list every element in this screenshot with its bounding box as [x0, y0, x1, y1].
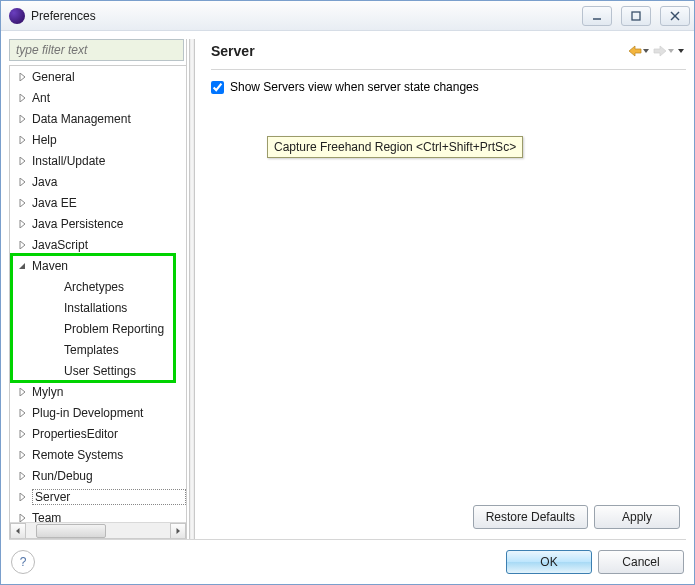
ok-button[interactable]: OK	[506, 550, 592, 574]
tree-item-propertieseditor[interactable]: PropertiesEditor	[10, 423, 186, 444]
tree-item-java-ee[interactable]: Java EE	[10, 192, 186, 213]
tree-item-plug-in-development[interactable]: Plug-in Development	[10, 402, 186, 423]
restore-defaults-button[interactable]: Restore Defaults	[473, 505, 588, 529]
svg-marker-22	[177, 528, 181, 534]
tree-item-maven[interactable]: Maven	[10, 255, 186, 276]
tree-item-mylyn[interactable]: Mylyn	[10, 381, 186, 402]
twisty-collapsed-icon[interactable]	[16, 428, 28, 440]
minimize-icon	[591, 10, 603, 22]
page-header: Server	[211, 39, 686, 70]
arrow-back-icon	[628, 45, 642, 57]
tree-item-label: Ant	[32, 91, 186, 105]
tree-item-label: Installations	[64, 301, 186, 315]
tree-item-javascript[interactable]: JavaScript	[10, 234, 186, 255]
tree-item-installations[interactable]: Installations	[10, 297, 186, 318]
twisty-collapsed-icon[interactable]	[16, 218, 28, 230]
twisty-collapsed-icon[interactable]	[16, 176, 28, 188]
tree-item-java-persistence[interactable]: Java Persistence	[10, 213, 186, 234]
svg-marker-18	[20, 472, 25, 480]
minimize-button[interactable]	[582, 6, 612, 26]
tree-item-help[interactable]: Help	[10, 129, 186, 150]
filter-box[interactable]	[9, 39, 184, 61]
twisty-collapsed-icon[interactable]	[16, 134, 28, 146]
twisty-collapsed-icon[interactable]	[16, 491, 28, 503]
twisty-collapsed-icon[interactable]	[16, 197, 28, 209]
show-servers-checkbox[interactable]	[211, 81, 224, 94]
svg-marker-14	[20, 388, 25, 396]
tree-container: GeneralAntData ManagementHelpInstall/Upd…	[9, 65, 186, 539]
svg-marker-4	[20, 73, 25, 81]
close-button[interactable]	[660, 6, 690, 26]
twisty-collapsed-icon[interactable]	[16, 407, 28, 419]
twisty-collapsed-icon[interactable]	[16, 71, 28, 83]
twisty-collapsed-icon[interactable]	[16, 512, 28, 523]
tree-item-label: Java EE	[32, 196, 186, 210]
tree-item-run-debug[interactable]: Run/Debug	[10, 465, 186, 486]
scroll-right-button[interactable]	[170, 523, 186, 539]
twisty-expanded-icon[interactable]	[16, 260, 28, 272]
svg-marker-11	[20, 220, 25, 228]
tree-item-label: Remote Systems	[32, 448, 186, 462]
tree-item-data-management[interactable]: Data Management	[10, 108, 186, 129]
maximize-button[interactable]	[621, 6, 651, 26]
twisty-none	[48, 281, 60, 293]
tree-item-java[interactable]: Java	[10, 171, 186, 192]
svg-marker-7	[20, 136, 25, 144]
tree-item-label: Plug-in Development	[32, 406, 186, 420]
nav-forward-button[interactable]	[651, 43, 676, 59]
twisty-collapsed-icon[interactable]	[16, 449, 28, 461]
twisty-collapsed-icon[interactable]	[16, 92, 28, 104]
tree-item-general[interactable]: General	[10, 66, 186, 87]
tree-item-templates[interactable]: Templates	[10, 339, 186, 360]
svg-marker-5	[20, 94, 25, 102]
tree-item-install-update[interactable]: Install/Update	[10, 150, 186, 171]
svg-marker-26	[668, 49, 674, 53]
show-servers-checkbox-row[interactable]: Show Servers view when server state chan…	[211, 80, 686, 94]
filter-input[interactable]	[14, 42, 179, 58]
twisty-collapsed-icon[interactable]	[16, 470, 28, 482]
chevron-down-icon	[643, 48, 649, 54]
twisty-collapsed-icon[interactable]	[16, 386, 28, 398]
svg-marker-21	[16, 528, 20, 534]
apply-button[interactable]: Apply	[594, 505, 680, 529]
tree-item-label: Team	[32, 511, 186, 523]
tree-item-user-settings[interactable]: User Settings	[10, 360, 186, 381]
nav-back-button[interactable]	[626, 43, 651, 59]
twisty-collapsed-icon[interactable]	[16, 155, 28, 167]
tree-item-remote-systems[interactable]: Remote Systems	[10, 444, 186, 465]
maximize-icon	[630, 10, 642, 22]
help-button[interactable]: ?	[11, 550, 35, 574]
sash-handle[interactable]	[189, 39, 195, 539]
twisty-collapsed-icon[interactable]	[16, 239, 28, 251]
tree-item-label: Java	[32, 175, 186, 189]
chevron-down-icon	[668, 48, 674, 54]
twisty-none	[48, 344, 60, 356]
tree-item-label: Templates	[64, 343, 186, 357]
cancel-button[interactable]: Cancel	[598, 550, 684, 574]
chevron-down-icon	[678, 48, 684, 54]
preferences-dialog: Preferences GeneralAntData ManagementHel…	[0, 0, 695, 585]
scroll-left-button[interactable]	[10, 523, 26, 539]
tree-item-server[interactable]: Server	[10, 486, 186, 507]
view-menu-button[interactable]	[676, 46, 686, 56]
twisty-collapsed-icon[interactable]	[16, 113, 28, 125]
left-pane: GeneralAntData ManagementHelpInstall/Upd…	[9, 39, 187, 539]
tree-item-problem-reporting[interactable]: Problem Reporting	[10, 318, 186, 339]
arrow-forward-icon	[653, 45, 667, 57]
show-servers-label: Show Servers view when server state chan…	[230, 80, 479, 94]
scrollbar-thumb[interactable]	[36, 524, 106, 538]
scrollbar-track[interactable]	[26, 523, 170, 539]
twisty-none	[48, 365, 60, 377]
svg-marker-16	[20, 430, 25, 438]
dialog-footer: ? OK Cancel	[1, 540, 694, 584]
tree-item-ant[interactable]: Ant	[10, 87, 186, 108]
tree-item-archetypes[interactable]: Archetypes	[10, 276, 186, 297]
tree-item-label: Help	[32, 133, 186, 147]
tree-item-label: Server	[32, 489, 186, 505]
preferences-tree[interactable]: GeneralAntData ManagementHelpInstall/Upd…	[10, 66, 186, 522]
page-button-bar: Restore Defaults Apply	[211, 499, 686, 539]
svg-rect-1	[632, 12, 640, 20]
tree-item-team[interactable]: Team	[10, 507, 186, 522]
horizontal-scrollbar[interactable]	[10, 522, 186, 538]
help-icon: ?	[20, 555, 27, 569]
